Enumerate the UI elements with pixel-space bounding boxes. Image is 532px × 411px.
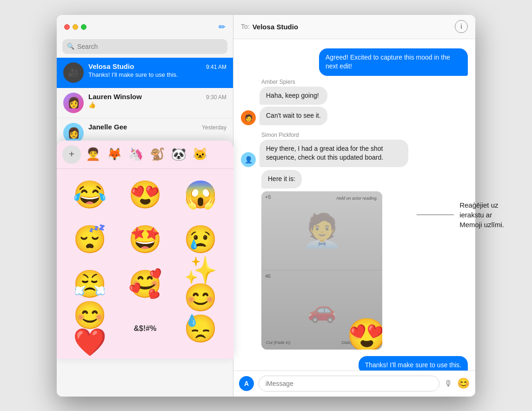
- app-store-button[interactable]: A: [239, 376, 254, 391]
- message-simon-2: Here it is:: [241, 170, 468, 189]
- frame-number-2: 46: [265, 273, 271, 279]
- conversation-item-velosa-studio[interactable]: 🎥 Velosa Studio 9:41 AM Thanks! I'll mak…: [57, 58, 233, 88]
- traffic-lights: [64, 24, 86, 30]
- avatar: 🧑: [241, 110, 256, 125]
- memoji-tab-unicorn[interactable]: 🦄: [126, 145, 145, 164]
- memoji-sticker-steam[interactable]: 😤: [63, 263, 116, 305]
- chat-input-bar: A 🎙 😊: [233, 371, 475, 397]
- memoji-sticker-sparkle[interactable]: ✨😊: [174, 263, 227, 305]
- message-bubble: Haha, keep going!: [259, 87, 327, 105]
- memoji-tab-person[interactable]: 🧑‍🦱: [84, 145, 102, 164]
- conv-meta: Janelle Gee Yesterday: [88, 123, 226, 132]
- avatar: 👤: [241, 152, 256, 167]
- imessage-input[interactable]: [259, 376, 439, 391]
- chat-to-label: To:: [241, 23, 250, 30]
- conv-name: Velosa Studio: [88, 62, 134, 70]
- conv-preview: 👍: [88, 101, 226, 108]
- emoji-button[interactable]: 😊: [457, 377, 470, 390]
- annotation-line: [417, 215, 454, 215]
- chat-recipient: Velosa Studio: [253, 23, 298, 31]
- message-bubble: Thanks! I'll make sure to use this.: [359, 356, 468, 371]
- conversation-item-lauren-winslow[interactable]: 👩 Lauren Winslow 9:30 AM 👍: [57, 88, 233, 118]
- conv-preview: Thanks! I'll make sure to use this.: [88, 71, 226, 78]
- avatar: 👩: [63, 93, 84, 113]
- message-sender-name: Simon Pickford: [261, 132, 299, 138]
- annotation-text: Reaģējiet uz ierakstu ar Memoji uzlīmi.: [459, 200, 504, 229]
- message-with-avatar: 🧑 Haha, keep going! Can't wait to see it…: [241, 87, 327, 125]
- memoji-sticker-star-eyes[interactable]: 🤩: [119, 218, 171, 260]
- memoji-sticker-shocked[interactable]: 😱: [174, 174, 227, 216]
- memoji-sticker-crying-laughing[interactable]: 😂: [63, 174, 116, 216]
- memoji-sticker-sleepy[interactable]: 😴: [63, 218, 116, 260]
- storyboard-label-cut: Cut (Fade in): [266, 340, 291, 345]
- memoji-add-button[interactable]: +: [62, 145, 81, 164]
- maximize-button[interactable]: [81, 24, 86, 30]
- search-bar[interactable]: 🔍: [62, 39, 227, 54]
- memoji-reaction-overlay: 😍: [346, 316, 382, 350]
- conv-header: Velosa Studio 9:41 AM: [88, 62, 226, 70]
- message-simon-1: Simon Pickford 👤 Hey there, I had a grea…: [241, 132, 468, 167]
- memoji-sticker-heart-eyes[interactable]: 😍: [119, 174, 171, 216]
- sidebar-titlebar: ✏: [57, 15, 233, 39]
- memoji-grid: 😂 😍 😱 😴 🤩 😢 😤: [57, 169, 233, 354]
- message-bubble: Can't wait to see it.: [259, 107, 327, 125]
- storyboard-note: Hold on actor reading.: [336, 196, 378, 201]
- conv-meta: Lauren Winslow 9:30 AM 👍: [88, 93, 226, 108]
- minimize-button[interactable]: [73, 24, 78, 30]
- conv-name: Janelle Gee: [88, 123, 127, 131]
- memoji-sticker-love[interactable]: 🥰: [119, 263, 171, 305]
- message-sender-name: Amber Spiers: [261, 79, 295, 85]
- frame-number: +5: [265, 194, 271, 200]
- conv-time: Yesterday: [202, 124, 226, 131]
- memoji-tab-extra[interactable]: 🐱: [191, 145, 209, 164]
- close-button[interactable]: [64, 24, 70, 30]
- conv-meta: Velosa Studio 9:41 AM Thanks! I'll make …: [88, 62, 226, 78]
- search-icon: 🔍: [67, 43, 74, 50]
- message-bubble: Agreed! Excited to capture this mood in …: [319, 48, 468, 76]
- message-outgoing-1: Agreed! Excited to capture this mood in …: [241, 48, 468, 76]
- storyboard-frame-top: +5 🧑‍💼 Hold on actor reading.: [261, 191, 382, 271]
- sidebar: ✏ 🔍 🎥 Velosa Studio 9:41 AM Thanks! I'll…: [57, 15, 233, 397]
- memoji-panel: + 🧑‍🦱 🦊 🦄 🐒 🐼 🐱 😂 😍 😱 😴: [57, 141, 233, 359]
- compose-button[interactable]: ✏: [219, 22, 226, 32]
- memoji-tabs: + 🧑‍🦱 🦊 🦄 🐒 🐼 🐱: [57, 141, 233, 169]
- annotation: Reaģējiet uz ierakstu ar Memoji uzlīmi.: [417, 200, 504, 229]
- conv-name: Lauren Winslow: [88, 93, 142, 101]
- audio-record-button[interactable]: 🎙: [444, 379, 452, 389]
- memoji-tab-monkey[interactable]: 🐒: [148, 145, 166, 164]
- memoji-tab-fox[interactable]: 🦊: [105, 145, 124, 164]
- conv-header: Lauren Winslow 9:30 AM: [88, 93, 226, 101]
- app-window: ✏ 🔍 🎥 Velosa Studio 9:41 AM Thanks! I'll…: [57, 15, 475, 397]
- memoji-tab-panda[interactable]: 🐼: [169, 145, 188, 164]
- memoji-sticker-crying[interactable]: 😢: [174, 218, 227, 260]
- conv-time: 9:41 AM: [206, 64, 226, 70]
- memoji-sticker-sweat[interactable]: 😓: [174, 308, 227, 350]
- chat-titlebar: To: Velosa Studio i: [233, 15, 475, 39]
- message-bubble: Here it is:: [261, 170, 302, 189]
- bubbles-stack: Haha, keep going! Can't wait to see it.: [259, 87, 327, 125]
- memoji-sticker-censored[interactable]: &$!#%: [119, 308, 171, 350]
- search-input[interactable]: [77, 43, 223, 50]
- message-bubble: Hey there, I had a great idea for the sh…: [259, 140, 408, 167]
- storyboard-image: +5 🧑‍💼 Hold on actor reading. 46 🚗 Cut (…: [261, 191, 382, 350]
- message-amber: Amber Spiers 🧑 Haha, keep going! Can't w…: [241, 79, 468, 125]
- info-button[interactable]: i: [455, 20, 468, 33]
- avatar: 🎥: [63, 62, 84, 83]
- message-with-avatar: 👤 Hey there, I had a great idea for the …: [241, 140, 408, 167]
- conv-time: 9:30 AM: [206, 94, 226, 101]
- memoji-sticker-heart[interactable]: 😊❤️: [63, 308, 116, 350]
- message-outgoing-2: Thanks! I'll make sure to use this.: [241, 356, 468, 371]
- conv-header: Janelle Gee Yesterday: [88, 123, 226, 131]
